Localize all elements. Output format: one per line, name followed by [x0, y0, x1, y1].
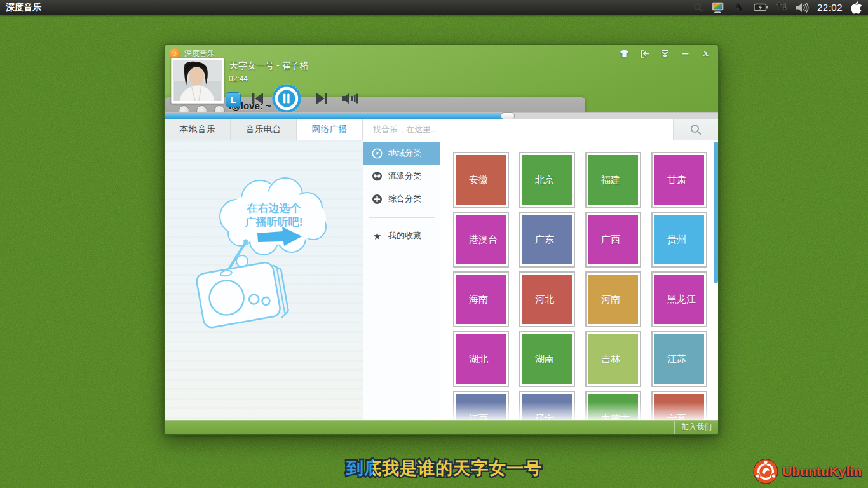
- category-region[interactable]: 地域分类: [363, 142, 440, 165]
- window-footer: 加入我们: [165, 420, 718, 434]
- radio-category-tile[interactable]: 贵州: [651, 212, 707, 268]
- tile-label: 江苏: [654, 353, 686, 365]
- radio-category-tile[interactable]: 辽宁: [519, 391, 575, 421]
- radio-category-tile[interactable]: 海南: [453, 271, 509, 327]
- lyric-toggle-button[interactable]: L: [226, 92, 241, 107]
- progress-bar[interactable]: [165, 112, 718, 119]
- genre-icon: [372, 171, 383, 182]
- skin-button[interactable]: [620, 49, 629, 58]
- progress-fill: [165, 113, 508, 119]
- ubuntukylin-watermark: UbuntuKylin: [753, 459, 862, 484]
- desktop-lyrics: 到底我是谁的天字女一号 到底我是谁的天字女一号: [346, 457, 542, 480]
- search-input[interactable]: [363, 119, 673, 140]
- tile-label: 吉林: [588, 353, 620, 365]
- search-button[interactable]: [673, 119, 718, 140]
- tile-label: 河北: [522, 294, 554, 306]
- radio-category-tile[interactable]: 湖南: [519, 331, 575, 387]
- album-art: [171, 58, 224, 104]
- lyrics-upcoming: 我是谁的天字女一号: [382, 459, 542, 478]
- category-genre[interactable]: 流派分类: [363, 165, 440, 187]
- category-label: 综合分类: [388, 193, 421, 205]
- progress-handle[interactable]: [501, 112, 515, 119]
- radio-category-tile[interactable]: 内蒙古: [585, 391, 641, 421]
- tile-label: 河南: [588, 294, 620, 306]
- lyrics-fill: 到底我是谁的天字女一号: [346, 457, 542, 480]
- close-button[interactable]: X: [701, 49, 710, 58]
- radio-category-tile[interactable]: 福建: [585, 152, 641, 208]
- minimize-button[interactable]: [681, 49, 690, 58]
- battery-icon[interactable]: [754, 3, 768, 11]
- search-icon[interactable]: [693, 3, 703, 13]
- join-us-link[interactable]: 加入我们: [674, 421, 718, 434]
- network-arrows-icon[interactable]: [776, 2, 787, 13]
- tile-label: 湖南: [522, 353, 554, 365]
- category-favorites[interactable]: ★ 我的收藏: [363, 224, 440, 247]
- volume-icon[interactable]: [796, 3, 809, 13]
- province-grid-wrap: 安徽 北京 福建 甘肃: [440, 140, 718, 421]
- plus-circle-icon: [372, 194, 383, 205]
- category-label: 流派分类: [388, 170, 421, 182]
- volume-button[interactable]: [341, 92, 358, 105]
- tile-label: 广东: [522, 234, 554, 246]
- radio-category-tile[interactable]: 安徽: [453, 152, 509, 208]
- tile-label: 甘肃: [654, 174, 686, 186]
- radio-category-tile[interactable]: 广东: [519, 212, 575, 268]
- radio-category-tile[interactable]: 河北: [519, 271, 575, 327]
- apple-menu-icon[interactable]: [851, 1, 862, 14]
- radio-illustration: 在右边选个 广播听听吧!: [176, 171, 349, 341]
- tile-label: 黑龙江: [654, 294, 696, 306]
- menubar-app-title: 深度音乐: [0, 2, 41, 13]
- category-comprehensive[interactable]: 综合分类: [363, 187, 440, 210]
- window-titlebar[interactable]: ♪ 深度音乐 X: [165, 45, 718, 62]
- hint-panel: 在右边选个 广播听听吧!: [165, 140, 363, 421]
- radio-category-tile[interactable]: 江苏: [651, 331, 707, 387]
- radio-category-tile[interactable]: 宁夏: [651, 391, 707, 421]
- pause-button[interactable]: [271, 83, 302, 114]
- radio-category-tile[interactable]: 湖北: [453, 331, 509, 387]
- deepin-music-window: l@love: ~ ♪ 深度音乐 X: [164, 44, 719, 435]
- search-box: [363, 119, 718, 140]
- radio-category-tile[interactable]: 黑龙江: [651, 271, 707, 327]
- system-tray: 22:02: [693, 1, 868, 14]
- category-label: 地域分类: [388, 147, 421, 159]
- window-controls: X: [620, 49, 718, 58]
- tile-label: 福建: [588, 174, 620, 186]
- sidebar-divider: [369, 217, 435, 218]
- tab-network-broadcast[interactable]: 网络广播: [297, 119, 363, 140]
- radio-category-tile[interactable]: 甘肃: [651, 152, 707, 208]
- player-controls: L: [226, 83, 358, 114]
- lyrics-transition: 底: [364, 459, 382, 478]
- compass-icon: [372, 148, 383, 159]
- tab-music-radio[interactable]: 音乐电台: [231, 119, 297, 140]
- radio-category-tile[interactable]: 港澳台: [453, 212, 509, 268]
- content-area: 在右边选个 广播听听吧!: [165, 140, 718, 421]
- logout-button[interactable]: [640, 49, 649, 58]
- hint-line1: 在右边选个: [247, 202, 302, 214]
- vertical-scrollbar[interactable]: [714, 142, 718, 283]
- province-grid: 安徽 北京 福建 甘肃: [440, 140, 718, 421]
- tile-label: 安徽: [456, 174, 488, 186]
- tile-label: 港澳台: [456, 234, 498, 246]
- compact-mode-button[interactable]: [660, 49, 670, 58]
- radio-category-tile[interactable]: 江西: [453, 391, 509, 421]
- radio-category-tile[interactable]: 河南: [585, 271, 641, 327]
- track-title: 天字女一号 - 崔子格: [229, 60, 308, 72]
- clock: 22:02: [817, 2, 843, 13]
- tab-local-music[interactable]: 本地音乐: [165, 119, 231, 140]
- ubuntukylin-logo-icon: [753, 459, 778, 484]
- tile-label: 湖北: [456, 353, 488, 365]
- radio-category-tile[interactable]: 广西: [585, 212, 641, 268]
- tile-label: 贵州: [654, 234, 686, 246]
- category-label: 我的收藏: [388, 230, 421, 241]
- elapsed-time: 02:44: [229, 74, 248, 83]
- usb-drive-icon[interactable]: [733, 2, 745, 13]
- hint-line2: 广播听听吧!: [245, 216, 303, 228]
- tile-label: 北京: [522, 174, 554, 186]
- radio-category-tile[interactable]: 北京: [519, 152, 575, 208]
- radio-category-tile[interactable]: 吉林: [585, 331, 641, 387]
- tile-label: 海南: [456, 294, 488, 306]
- next-button[interactable]: [315, 91, 330, 106]
- window-title: 深度音乐: [184, 48, 215, 59]
- display-settings-icon[interactable]: [712, 2, 724, 13]
- previous-button[interactable]: [250, 91, 265, 106]
